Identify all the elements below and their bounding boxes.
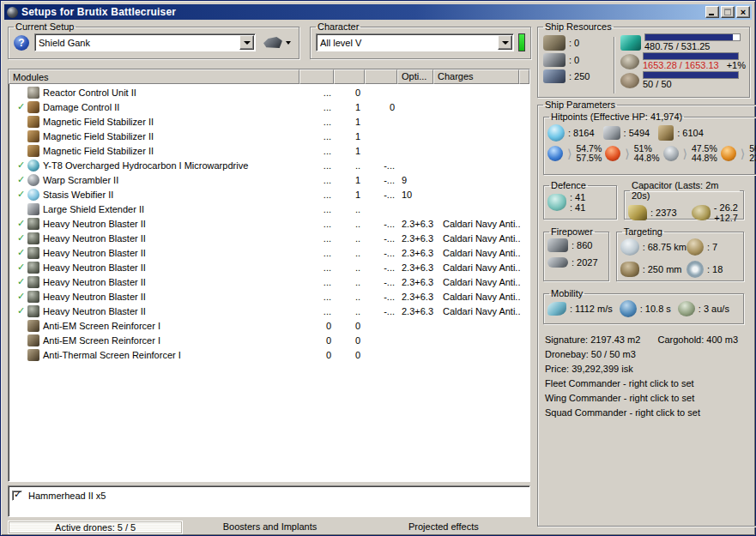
module-row[interactable]: ✓Heavy Neutron Blaster II.....-...2.3+6.… [9,231,529,245]
column-header-optimal[interactable]: Opti... [397,69,433,84]
current-setup-label: Current Setup [14,21,76,32]
module-active-check-icon[interactable]: ✓ [15,305,27,316]
module-row[interactable]: ✓Heavy Neutron Blaster II.....-...2.3+6.… [9,304,529,318]
module-cpu: .. [335,248,366,258]
module-active-check-icon[interactable]: ✓ [15,189,27,200]
column-header-meta[interactable] [299,69,334,84]
dronebandwidth-stat: 50 / 50 [620,71,746,89]
align-time-stat: : 10.8 s [620,300,671,317]
module-row[interactable]: Reactor Control Unit II...0 [9,85,529,99]
bottom-tab-active-drones[interactable]: Active drones: 5 / 5 [8,521,183,534]
character-skill-indicator [518,33,525,51]
turret-slots-stat: : 0 [543,35,612,51]
targeting-range-stat: : 68.75 km [620,238,686,256]
calibration-icon [543,69,565,83]
module-row[interactable]: ✓Heavy Neutron Blaster II.....-...2.3+6.… [9,216,529,231]
module-pg: -... [366,248,398,258]
magstab-module-icon [27,145,39,157]
chevron-down-icon [244,41,251,45]
drone-list-item[interactable]: ✓Hammerhead II x5 [12,489,526,503]
module-optimal: 2.3+6.3 [398,306,434,316]
module-row[interactable]: ✓Heavy Neutron Blaster II.....-...2.3+6.… [9,245,529,260]
setup-select-dropdown-button[interactable] [239,35,254,50]
column-header-charges[interactable]: Charges [433,69,519,84]
setup-tools-button[interactable] [261,35,293,50]
rig-module-icon [27,334,39,346]
module-row[interactable]: ✓Heavy Neutron Blaster II.....-...2.3+6.… [9,260,529,274]
maximize-button[interactable] [721,6,735,18]
character-select[interactable]: All level V [316,33,514,51]
bottom-tab-projected-effects[interactable]: Projected effects [357,521,530,534]
drone-active-checkbox[interactable]: ✓ [12,491,22,501]
squad-commander-line[interactable]: Squad Commander - right click to set [545,406,756,420]
wing-commander-line[interactable]: Wing Commander - right click to set [545,391,756,406]
close-button[interactable]: × [736,6,750,18]
module-cpu: 1 [335,190,366,200]
module-pg: -... [366,277,398,287]
module-row[interactable]: Magnetic Field Stabilizer II...1 [9,129,529,143]
module-row[interactable]: Magnetic Field Stabilizer II...1 [9,114,529,129]
fleet-commander-line[interactable]: Fleet Commander - right click to set [545,376,756,391]
ship-parameters-group: Ship Parameters Hitpoints (Effective HP:… [537,99,756,527]
current-setup-group: Current Setup ? Shield Gank [8,21,299,59]
module-row[interactable]: ✓Stasis Webifier II...1-...10 [9,187,529,202]
defence-value-2: : 41 [570,202,585,213]
module-row[interactable]: Anti-Thermal Screen Reinforcer I00 [9,347,529,362]
module-active-check-icon[interactable]: ✓ [15,218,27,229]
scan-resolution-stat: : 250 mm [620,262,686,277]
module-active-check-icon[interactable]: ✓ [15,291,27,302]
module-active-check-icon[interactable]: ✓ [15,276,27,287]
setup-select-value: Shield Gank [35,38,239,48]
setup-select[interactable]: Shield Gank [34,33,256,51]
launcher-icon [543,53,565,67]
column-header-cpu[interactable] [334,69,365,84]
modules-table-header: Modules Opti... Charges [9,69,529,84]
help-icon[interactable]: ? [14,35,29,51]
module-row[interactable]: ✓Heavy Neutron Blaster II.....-...2.3+6.… [9,289,529,304]
module-active-check-icon[interactable]: ✓ [15,262,27,273]
module-name: Heavy Neutron Blaster II [43,306,146,316]
structure-hp-value: : 6104 [677,128,704,138]
module-row[interactable]: ✓Warp Scrambler II...1-...9 [9,172,529,187]
character-select-dropdown-button[interactable] [498,35,512,50]
module-row[interactable]: Anti-EM Screen Reinforcer I00 [9,318,529,333]
em-resist-icon [547,146,563,161]
title-bar[interactable]: Setups for Brutix Battlecruiser × [4,4,752,20]
blaster-module-icon [27,247,39,259]
module-meta: ... [300,277,335,287]
sensor-strength-icon [686,238,704,256]
column-header-modules[interactable]: Modules [9,69,299,84]
sensor-strength-value: : 7 [707,242,717,252]
column-header-pg[interactable] [365,69,397,84]
module-active-check-icon[interactable]: ✓ [15,232,27,244]
module-row[interactable]: ✓Heavy Neutron Blaster II.....-...2.3+6.… [9,274,529,289]
defence-label: Defence [549,180,588,190]
module-row[interactable]: ✓Damage Control II...10 [9,99,529,114]
powergrid-extra: +1% [727,60,746,70]
capacitor-recharge-icon [692,205,711,220]
module-meta: ... [300,262,335,273]
armor-icon [603,126,620,140]
module-name: Magnetic Field Stabilizer II [43,117,154,127]
module-row[interactable]: ✓Y-T8 Overcharged Hydrocarbon I Microwar… [9,158,529,172]
cargohold-value: Cargohold: 400 m3 [657,334,738,345]
max-targets-stat: : 18 [686,261,740,278]
module-active-check-icon[interactable]: ✓ [15,160,27,171]
module-active-check-icon[interactable]: ✓ [15,247,27,258]
warp-speed-stat: : 3 au/s [678,301,729,316]
minimize-icon [709,14,714,15]
hitpoints-group: Hitpoints (Effective HP: 41,974) : 8164 … [543,111,756,175]
module-row[interactable]: Anti-EM Screen Reinforcer I00 [9,333,529,347]
module-row[interactable]: Magnetic Field Stabilizer II...1 [9,143,529,158]
minimize-button[interactable] [705,6,719,18]
ship-resources-group: Ship Resources : 0 : 0 : 250 480.75 / 53… [537,21,750,98]
module-cpu: .. [335,306,366,316]
module-cpu: .. [335,262,366,273]
shield-hp-value: : 8164 [568,128,595,138]
module-meta: ... [300,117,335,127]
bottom-tab-boosters-implants[interactable]: Boosters and Implants [183,521,356,534]
module-optimal: 9 [398,175,434,185]
module-active-check-icon[interactable]: ✓ [15,174,27,185]
module-row[interactable]: Large Shield Extender II..... [9,202,529,216]
module-active-check-icon[interactable]: ✓ [15,101,27,112]
